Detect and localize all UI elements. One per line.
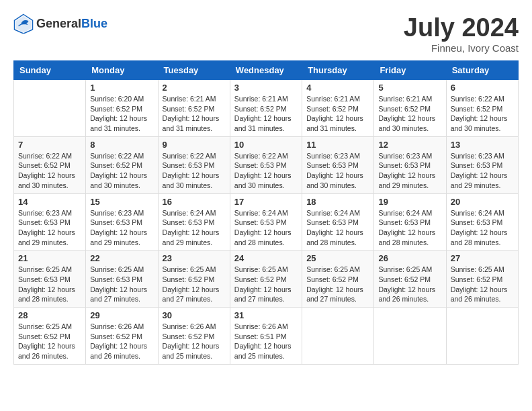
day-number: 13: [451, 140, 514, 150]
day-info: Sunrise: 6:21 AM Sunset: 6:52 PM Dayligh…: [234, 94, 298, 134]
weekday-header: Sunday: [14, 61, 86, 80]
calendar-header-row: SundayMondayTuesdayWednesdayThursdayFrid…: [14, 61, 519, 80]
day-number: 14: [18, 197, 81, 207]
day-info: Sunrise: 6:21 AM Sunset: 6:52 PM Dayligh…: [163, 94, 226, 134]
calendar-day-cell: 24Sunrise: 6:25 AM Sunset: 6:52 PM Dayli…: [230, 250, 302, 308]
day-number: 18: [306, 197, 369, 207]
calendar-day-cell: 17Sunrise: 6:24 AM Sunset: 6:53 PM Dayli…: [230, 193, 302, 250]
calendar-day-cell: 23Sunrise: 6:25 AM Sunset: 6:52 PM Dayli…: [158, 250, 230, 308]
day-info: Sunrise: 6:22 AM Sunset: 6:52 PM Dayligh…: [451, 94, 514, 134]
day-number: 24: [234, 253, 298, 263]
day-info: Sunrise: 6:25 AM Sunset: 6:52 PM Dayligh…: [18, 322, 81, 361]
weekday-header: Wednesday: [230, 61, 302, 80]
calendar-day-cell: 7Sunrise: 6:22 AM Sunset: 6:52 PM Daylig…: [14, 136, 86, 193]
day-info: Sunrise: 6:25 AM Sunset: 6:52 PM Dayligh…: [306, 265, 369, 304]
calendar-day-cell: 12Sunrise: 6:23 AM Sunset: 6:53 PM Dayli…: [374, 136, 446, 193]
day-info: Sunrise: 6:25 AM Sunset: 6:52 PM Dayligh…: [378, 265, 441, 304]
day-number: 31: [234, 310, 298, 320]
calendar-day-cell: 14Sunrise: 6:23 AM Sunset: 6:53 PM Dayli…: [14, 193, 86, 250]
day-number: 1: [90, 83, 153, 93]
day-number: 15: [90, 197, 153, 207]
day-number: 19: [378, 197, 441, 207]
calendar-day-cell: 13Sunrise: 6:23 AM Sunset: 6:53 PM Dayli…: [446, 136, 518, 193]
calendar-day-cell: 5Sunrise: 6:21 AM Sunset: 6:52 PM Daylig…: [374, 80, 446, 137]
day-info: Sunrise: 6:24 AM Sunset: 6:53 PM Dayligh…: [234, 208, 298, 248]
calendar-day-cell: 8Sunrise: 6:22 AM Sunset: 6:52 PM Daylig…: [86, 136, 158, 193]
calendar-day-cell: [14, 80, 86, 137]
calendar-week-row: 7Sunrise: 6:22 AM Sunset: 6:52 PM Daylig…: [14, 136, 519, 193]
day-number: 2: [163, 83, 226, 93]
day-number: 22: [90, 253, 153, 263]
logo-blue: Blue: [81, 17, 107, 30]
calendar-day-cell: 25Sunrise: 6:25 AM Sunset: 6:52 PM Dayli…: [302, 250, 374, 308]
calendar-table: SundayMondayTuesdayWednesdayThursdayFrid…: [13, 60, 519, 365]
day-info: Sunrise: 6:25 AM Sunset: 6:52 PM Dayligh…: [451, 265, 514, 304]
logo-general: General: [36, 17, 81, 30]
day-number: 16: [163, 197, 226, 207]
calendar-day-cell: 10Sunrise: 6:22 AM Sunset: 6:53 PM Dayli…: [230, 136, 302, 193]
calendar-day-cell: 31Sunrise: 6:26 AM Sunset: 6:51 PM Dayli…: [230, 308, 302, 365]
day-info: Sunrise: 6:23 AM Sunset: 6:53 PM Dayligh…: [90, 208, 153, 248]
calendar-day-cell: 19Sunrise: 6:24 AM Sunset: 6:53 PM Dayli…: [374, 193, 446, 250]
day-number: 27: [451, 253, 514, 263]
calendar-day-cell: 16Sunrise: 6:24 AM Sunset: 6:53 PM Dayli…: [158, 193, 230, 250]
calendar-day-cell: 20Sunrise: 6:24 AM Sunset: 6:53 PM Dayli…: [446, 193, 518, 250]
day-info: Sunrise: 6:24 AM Sunset: 6:53 PM Dayligh…: [378, 208, 441, 248]
calendar-day-cell: [302, 308, 374, 365]
day-info: Sunrise: 6:25 AM Sunset: 6:53 PM Dayligh…: [90, 265, 153, 304]
weekday-header: Saturday: [446, 61, 518, 80]
day-number: 3: [234, 83, 298, 93]
calendar-week-row: 21Sunrise: 6:25 AM Sunset: 6:53 PM Dayli…: [14, 250, 519, 308]
day-number: 29: [90, 310, 153, 320]
weekday-header: Tuesday: [158, 61, 230, 80]
calendar-day-cell: 11Sunrise: 6:23 AM Sunset: 6:53 PM Dayli…: [302, 136, 374, 193]
day-number: 8: [90, 140, 153, 150]
calendar-location: Finneu, Ivory Coast: [404, 42, 519, 54]
calendar-day-cell: [446, 308, 518, 365]
day-info: Sunrise: 6:20 AM Sunset: 6:52 PM Dayligh…: [90, 94, 153, 134]
day-info: Sunrise: 6:26 AM Sunset: 6:52 PM Dayligh…: [163, 322, 226, 361]
day-info: Sunrise: 6:22 AM Sunset: 6:52 PM Dayligh…: [18, 151, 81, 191]
calendar-day-cell: 1Sunrise: 6:20 AM Sunset: 6:52 PM Daylig…: [86, 80, 158, 137]
day-number: 17: [234, 197, 298, 207]
calendar-week-row: 28Sunrise: 6:25 AM Sunset: 6:52 PM Dayli…: [14, 308, 519, 365]
calendar-day-cell: 3Sunrise: 6:21 AM Sunset: 6:52 PM Daylig…: [230, 80, 302, 137]
calendar-day-cell: 29Sunrise: 6:26 AM Sunset: 6:52 PM Dayli…: [86, 308, 158, 365]
day-number: 10: [234, 140, 298, 150]
calendar-day-cell: 2Sunrise: 6:21 AM Sunset: 6:52 PM Daylig…: [158, 80, 230, 137]
logo-icon: [13, 13, 34, 34]
day-info: Sunrise: 6:24 AM Sunset: 6:53 PM Dayligh…: [163, 208, 226, 248]
day-info: Sunrise: 6:25 AM Sunset: 6:52 PM Dayligh…: [163, 265, 226, 304]
calendar-week-row: 14Sunrise: 6:23 AM Sunset: 6:53 PM Dayli…: [14, 193, 519, 250]
weekday-header: Monday: [86, 61, 158, 80]
calendar-week-row: 1Sunrise: 6:20 AM Sunset: 6:52 PM Daylig…: [14, 80, 519, 137]
day-info: Sunrise: 6:23 AM Sunset: 6:53 PM Dayligh…: [18, 208, 81, 248]
calendar-day-cell: 9Sunrise: 6:22 AM Sunset: 6:53 PM Daylig…: [158, 136, 230, 193]
day-info: Sunrise: 6:25 AM Sunset: 6:52 PM Dayligh…: [234, 265, 298, 304]
day-number: 26: [378, 253, 441, 263]
calendar-day-cell: 28Sunrise: 6:25 AM Sunset: 6:52 PM Dayli…: [14, 308, 86, 365]
day-info: Sunrise: 6:22 AM Sunset: 6:53 PM Dayligh…: [234, 151, 298, 191]
day-info: Sunrise: 6:23 AM Sunset: 6:53 PM Dayligh…: [378, 151, 441, 191]
calendar-day-cell: 18Sunrise: 6:24 AM Sunset: 6:53 PM Dayli…: [302, 193, 374, 250]
day-number: 4: [306, 83, 369, 93]
calendar-day-cell: 4Sunrise: 6:21 AM Sunset: 6:52 PM Daylig…: [302, 80, 374, 137]
weekday-header: Thursday: [302, 61, 374, 80]
page-header: GeneralBlue July 2024 Finneu, Ivory Coas…: [13, 13, 519, 54]
day-info: Sunrise: 6:23 AM Sunset: 6:53 PM Dayligh…: [306, 151, 369, 191]
calendar-day-cell: 21Sunrise: 6:25 AM Sunset: 6:53 PM Dayli…: [14, 250, 86, 308]
day-number: 21: [18, 253, 81, 263]
day-number: 30: [163, 310, 226, 320]
calendar-day-cell: 30Sunrise: 6:26 AM Sunset: 6:52 PM Dayli…: [158, 308, 230, 365]
day-number: 6: [451, 83, 514, 93]
logo: GeneralBlue: [13, 13, 107, 34]
day-info: Sunrise: 6:26 AM Sunset: 6:52 PM Dayligh…: [90, 322, 153, 361]
day-info: Sunrise: 6:22 AM Sunset: 6:52 PM Dayligh…: [90, 151, 153, 191]
day-info: Sunrise: 6:21 AM Sunset: 6:52 PM Dayligh…: [306, 94, 369, 134]
day-info: Sunrise: 6:24 AM Sunset: 6:53 PM Dayligh…: [451, 208, 514, 248]
day-info: Sunrise: 6:24 AM Sunset: 6:53 PM Dayligh…: [306, 208, 369, 248]
day-info: Sunrise: 6:23 AM Sunset: 6:53 PM Dayligh…: [451, 151, 514, 191]
title-block: July 2024 Finneu, Ivory Coast: [404, 13, 519, 54]
calendar-day-cell: [374, 308, 446, 365]
weekday-header: Friday: [374, 61, 446, 80]
